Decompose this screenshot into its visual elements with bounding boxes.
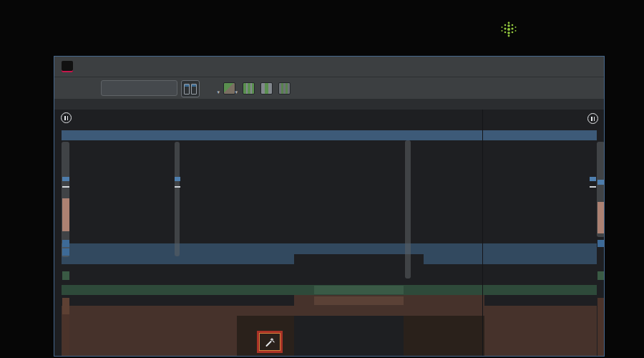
stripe-mark-changed[interactable] (62, 240, 69, 247)
three-way-diff-content (54, 110, 604, 356)
pane-result-code[interactable] (294, 110, 404, 356)
stripe-mark-inserted[interactable] (597, 271, 605, 280)
rider-app-icon (62, 61, 73, 72)
diff-toolbar: ▾ ▾ (54, 77, 604, 100)
edge-mark-position (175, 186, 180, 188)
left-gutter-actions (187, 110, 212, 356)
result-left-line-numbers (244, 110, 263, 356)
result-pane-scrollbar[interactable] (405, 140, 411, 279)
pause-badge-icon[interactable] (587, 113, 598, 124)
right-gutter-actions (449, 110, 475, 356)
stripe-mark-changed[interactable] (597, 180, 605, 185)
apply-right-icon (278, 82, 291, 95)
logo-dots-icon (499, 20, 518, 39)
edge-mark-changed (590, 177, 596, 181)
apply-all-changes-button[interactable] (243, 80, 255, 96)
chevron-down-icon: ▾ (217, 90, 220, 95)
stripe-mark-conflict[interactable] (62, 314, 69, 356)
magic-resolve-icon (223, 82, 235, 95)
right-error-stripe[interactable] (597, 110, 605, 356)
apply-left-icon (260, 82, 273, 95)
left-error-stripe[interactable] (62, 110, 70, 356)
stripe-mark-position (62, 186, 69, 188)
merge-revisions-window: ▾ ▾ (54, 56, 605, 357)
apply-left-side-button[interactable] (260, 80, 273, 96)
stripe-mark-inserted[interactable] (62, 271, 69, 280)
settings-gear-button[interactable]: ▾ (203, 80, 219, 96)
stripe-mark-changed[interactable] (597, 240, 605, 247)
stripe-mark-changed[interactable] (62, 177, 69, 181)
resolve-wand-icon[interactable] (265, 337, 275, 347)
left-pane-scrollbar[interactable] (175, 142, 180, 256)
analytics-insight-logo (499, 17, 527, 42)
pane-left-code[interactable] (70, 110, 178, 356)
pause-badge-icon[interactable] (61, 112, 72, 123)
side-by-side-viewer-toggle[interactable] (181, 80, 200, 97)
right-pane-divider (482, 110, 483, 356)
chevron-down-icon: ▾ (235, 90, 238, 95)
apply-all-icon (243, 82, 255, 95)
close-icon[interactable] (591, 65, 597, 68)
viewer-pane-icon (191, 84, 197, 95)
stripe-mark-conflict[interactable] (597, 298, 605, 356)
annotation-highlight-box (257, 331, 283, 353)
next-change-button[interactable] (80, 80, 94, 96)
stripe-mark-conflict[interactable] (62, 298, 69, 314)
previous-change-button[interactable] (63, 80, 77, 96)
stripe-mark-changed[interactable] (62, 248, 69, 256)
stripe-mark-conflict[interactable] (62, 198, 69, 231)
viewer-pane-icon (184, 84, 190, 95)
highlight-mode-dropdown[interactable] (101, 80, 177, 96)
resolve-actions-button[interactable]: ▾ (221, 80, 237, 96)
stripe-mark-conflict[interactable] (597, 202, 605, 233)
edge-mark-position (590, 186, 596, 188)
result-right-line-numbers (425, 110, 444, 356)
edge-mark-changed (175, 177, 180, 181)
window-titlebar[interactable] (54, 57, 604, 77)
apply-right-side-button[interactable] (278, 80, 291, 96)
pane-right-code[interactable] (484, 110, 597, 356)
